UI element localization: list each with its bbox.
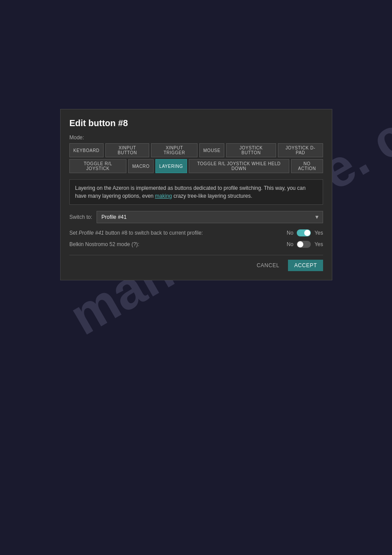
switch-to-row: Switch to: Profile #41 Profile #42 Profi… xyxy=(69,211,323,223)
toggle2-row: Belkin Nostromo 52 mode (?): No Yes xyxy=(69,241,323,248)
toggle1-label-after: button #8 to switch back to current prof… xyxy=(104,230,203,236)
mode-buttons-row1: KEYBOARD XINPUT BUTTON XINPUT TRIGGER MO… xyxy=(69,143,323,157)
toggle1-switch[interactable] xyxy=(297,229,311,236)
description-text-after: crazy tree-like layering structures. xyxy=(172,193,252,199)
dialog-title: Edit button #8 xyxy=(69,118,323,128)
mode-btn-xinput-button[interactable]: XINPUT BUTTON xyxy=(105,143,150,157)
switch-to-label: Switch to: xyxy=(69,214,92,220)
mode-btn-joystick-button[interactable]: JOYSTICK BUTTON xyxy=(226,143,276,157)
toggle1-italic: Profile #41 xyxy=(79,230,104,236)
description-link: making xyxy=(155,193,172,199)
toggle2-no-label: No xyxy=(287,241,293,247)
toggle1-no-label: No xyxy=(287,230,293,236)
toggle1-label-before: Set xyxy=(69,230,79,236)
toggle2-knob xyxy=(297,241,303,247)
description-box: Layering on the Azeron is implemented as… xyxy=(69,179,323,205)
mode-btn-layering[interactable]: LAYERING xyxy=(155,159,187,173)
accept-button[interactable]: ACCEPT xyxy=(288,260,323,271)
dialog-footer: CANCEL ACCEPT xyxy=(69,255,323,271)
mode-btn-xinput-trigger[interactable]: XINPUT TRIGGER xyxy=(151,143,198,157)
mode-btn-no-action[interactable]: NO ACTION xyxy=(291,159,323,173)
toggle2-label: Belkin Nostromo 52 mode (?): xyxy=(69,241,283,247)
toggle2-yes-label: Yes xyxy=(314,241,323,247)
toggle1-knob xyxy=(304,230,310,236)
mode-btn-toggle-rl-joystick-held[interactable]: TOGGLE R/L JOYSTICK WHILE HELD DOWN xyxy=(189,159,289,173)
profile-dropdown[interactable]: Profile #41 Profile #42 Profile #43 xyxy=(97,211,323,223)
toggle2-switch[interactable] xyxy=(297,241,311,248)
mode-btn-keyboard[interactable]: KEYBOARD xyxy=(69,143,104,157)
mode-btn-mouse[interactable]: MOUSE xyxy=(199,143,224,157)
mode-label: Mode: xyxy=(69,134,323,141)
toggle1-row: Set Profile #41 button #8 to switch back… xyxy=(69,229,323,236)
edit-button-dialog: Edit button #8 Mode: KEYBOARD XINPUT BUT… xyxy=(60,109,332,280)
profile-dropdown-wrapper: Profile #41 Profile #42 Profile #43 ▼ xyxy=(97,211,323,223)
cancel-button[interactable]: CANCEL xyxy=(252,260,285,271)
toggle1-yes-label: Yes xyxy=(314,230,323,236)
mode-btn-macro[interactable]: MACRO xyxy=(128,159,154,173)
mode-buttons-row2: TOGGLE R/L JOYSTICK MACRO LAYERING TOGGL… xyxy=(69,159,323,173)
toggle1-label: Set Profile #41 button #8 to switch back… xyxy=(69,230,283,236)
mode-btn-joystick-dpad[interactable]: JOYSTICK D-PAD xyxy=(278,143,323,157)
mode-btn-toggle-rl-joystick[interactable]: TOGGLE R/L JOYSTICK xyxy=(69,159,126,173)
